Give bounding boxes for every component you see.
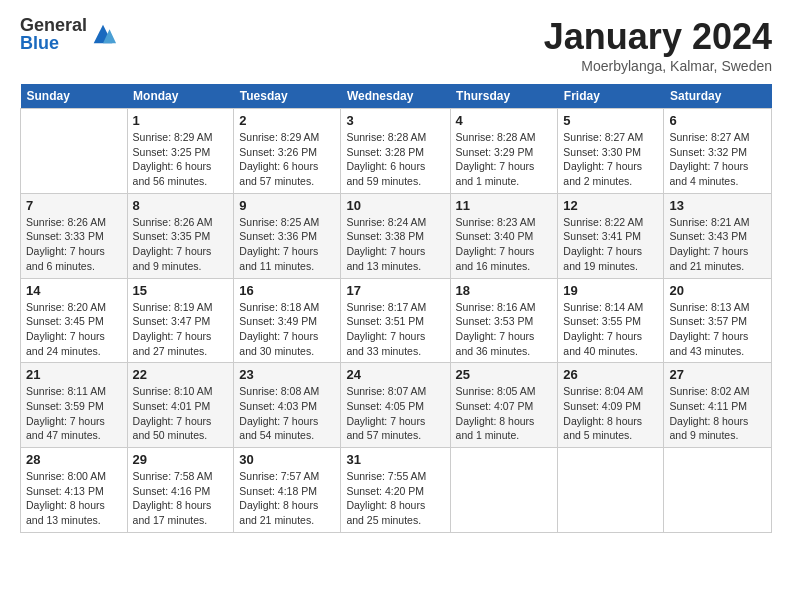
- title-block: January 2024 Moerbylanga, Kalmar, Sweden: [544, 16, 772, 74]
- cell-info: Sunrise: 7:58 AM Sunset: 4:16 PM Dayligh…: [133, 469, 229, 528]
- cell-date: 10: [346, 198, 444, 213]
- calendar-week-row: 1Sunrise: 8:29 AM Sunset: 3:25 PM Daylig…: [21, 109, 772, 194]
- location: Moerbylanga, Kalmar, Sweden: [544, 58, 772, 74]
- calendar-cell: 14Sunrise: 8:20 AM Sunset: 3:45 PM Dayli…: [21, 278, 128, 363]
- cell-info: Sunrise: 8:10 AM Sunset: 4:01 PM Dayligh…: [133, 384, 229, 443]
- cell-info: Sunrise: 8:28 AM Sunset: 3:29 PM Dayligh…: [456, 130, 553, 189]
- cell-info: Sunrise: 8:08 AM Sunset: 4:03 PM Dayligh…: [239, 384, 335, 443]
- cell-date: 16: [239, 283, 335, 298]
- cell-info: Sunrise: 8:07 AM Sunset: 4:05 PM Dayligh…: [346, 384, 444, 443]
- logo: General Blue: [20, 16, 117, 52]
- weekday-header: Tuesday: [234, 84, 341, 109]
- cell-date: 1: [133, 113, 229, 128]
- cell-info: Sunrise: 8:23 AM Sunset: 3:40 PM Dayligh…: [456, 215, 553, 274]
- cell-date: 31: [346, 452, 444, 467]
- cell-info: Sunrise: 8:05 AM Sunset: 4:07 PM Dayligh…: [456, 384, 553, 443]
- calendar-week-row: 28Sunrise: 8:00 AM Sunset: 4:13 PM Dayli…: [21, 448, 772, 533]
- cell-date: 30: [239, 452, 335, 467]
- cell-date: 26: [563, 367, 658, 382]
- cell-date: 13: [669, 198, 766, 213]
- calendar-cell: 15Sunrise: 8:19 AM Sunset: 3:47 PM Dayli…: [127, 278, 234, 363]
- calendar-cell: 31Sunrise: 7:55 AM Sunset: 4:20 PM Dayli…: [341, 448, 450, 533]
- calendar-cell: 22Sunrise: 8:10 AM Sunset: 4:01 PM Dayli…: [127, 363, 234, 448]
- cell-info: Sunrise: 8:26 AM Sunset: 3:35 PM Dayligh…: [133, 215, 229, 274]
- calendar-cell: 19Sunrise: 8:14 AM Sunset: 3:55 PM Dayli…: [558, 278, 664, 363]
- calendar-cell: 18Sunrise: 8:16 AM Sunset: 3:53 PM Dayli…: [450, 278, 558, 363]
- cell-date: 17: [346, 283, 444, 298]
- cell-info: Sunrise: 8:28 AM Sunset: 3:28 PM Dayligh…: [346, 130, 444, 189]
- cell-date: 7: [26, 198, 122, 213]
- header: General Blue January 2024 Moerbylanga, K…: [20, 16, 772, 74]
- calendar-cell: 17Sunrise: 8:17 AM Sunset: 3:51 PM Dayli…: [341, 278, 450, 363]
- calendar-table: SundayMondayTuesdayWednesdayThursdayFrid…: [20, 84, 772, 533]
- cell-info: Sunrise: 8:00 AM Sunset: 4:13 PM Dayligh…: [26, 469, 122, 528]
- calendar-cell: 13Sunrise: 8:21 AM Sunset: 3:43 PM Dayli…: [664, 193, 772, 278]
- cell-date: 25: [456, 367, 553, 382]
- calendar-cell: 20Sunrise: 8:13 AM Sunset: 3:57 PM Dayli…: [664, 278, 772, 363]
- calendar-week-row: 14Sunrise: 8:20 AM Sunset: 3:45 PM Dayli…: [21, 278, 772, 363]
- cell-date: 20: [669, 283, 766, 298]
- cell-info: Sunrise: 7:57 AM Sunset: 4:18 PM Dayligh…: [239, 469, 335, 528]
- calendar-cell: [21, 109, 128, 194]
- cell-info: Sunrise: 8:18 AM Sunset: 3:49 PM Dayligh…: [239, 300, 335, 359]
- calendar-cell: 9Sunrise: 8:25 AM Sunset: 3:36 PM Daylig…: [234, 193, 341, 278]
- calendar-cell: 11Sunrise: 8:23 AM Sunset: 3:40 PM Dayli…: [450, 193, 558, 278]
- cell-date: 28: [26, 452, 122, 467]
- cell-info: Sunrise: 8:14 AM Sunset: 3:55 PM Dayligh…: [563, 300, 658, 359]
- cell-date: 19: [563, 283, 658, 298]
- logo-general: General: [20, 16, 87, 34]
- calendar-cell: 27Sunrise: 8:02 AM Sunset: 4:11 PM Dayli…: [664, 363, 772, 448]
- cell-date: 12: [563, 198, 658, 213]
- weekday-header: Wednesday: [341, 84, 450, 109]
- calendar-cell: [664, 448, 772, 533]
- calendar-cell: 3Sunrise: 8:28 AM Sunset: 3:28 PM Daylig…: [341, 109, 450, 194]
- cell-date: 27: [669, 367, 766, 382]
- calendar-cell: 7Sunrise: 8:26 AM Sunset: 3:33 PM Daylig…: [21, 193, 128, 278]
- calendar-cell: 29Sunrise: 7:58 AM Sunset: 4:16 PM Dayli…: [127, 448, 234, 533]
- calendar-cell: 2Sunrise: 8:29 AM Sunset: 3:26 PM Daylig…: [234, 109, 341, 194]
- calendar-cell: 23Sunrise: 8:08 AM Sunset: 4:03 PM Dayli…: [234, 363, 341, 448]
- calendar-cell: 1Sunrise: 8:29 AM Sunset: 3:25 PM Daylig…: [127, 109, 234, 194]
- weekday-header: Sunday: [21, 84, 128, 109]
- calendar-week-row: 21Sunrise: 8:11 AM Sunset: 3:59 PM Dayli…: [21, 363, 772, 448]
- calendar-cell: 30Sunrise: 7:57 AM Sunset: 4:18 PM Dayli…: [234, 448, 341, 533]
- calendar-header-row: SundayMondayTuesdayWednesdayThursdayFrid…: [21, 84, 772, 109]
- calendar-cell: 28Sunrise: 8:00 AM Sunset: 4:13 PM Dayli…: [21, 448, 128, 533]
- weekday-header: Monday: [127, 84, 234, 109]
- cell-info: Sunrise: 8:21 AM Sunset: 3:43 PM Dayligh…: [669, 215, 766, 274]
- calendar-cell: 4Sunrise: 8:28 AM Sunset: 3:29 PM Daylig…: [450, 109, 558, 194]
- calendar-cell: [558, 448, 664, 533]
- calendar-cell: 6Sunrise: 8:27 AM Sunset: 3:32 PM Daylig…: [664, 109, 772, 194]
- cell-info: Sunrise: 8:22 AM Sunset: 3:41 PM Dayligh…: [563, 215, 658, 274]
- cell-info: Sunrise: 8:25 AM Sunset: 3:36 PM Dayligh…: [239, 215, 335, 274]
- calendar-cell: 12Sunrise: 8:22 AM Sunset: 3:41 PM Dayli…: [558, 193, 664, 278]
- cell-date: 6: [669, 113, 766, 128]
- cell-date: 14: [26, 283, 122, 298]
- cell-date: 4: [456, 113, 553, 128]
- cell-info: Sunrise: 8:13 AM Sunset: 3:57 PM Dayligh…: [669, 300, 766, 359]
- page: General Blue January 2024 Moerbylanga, K…: [0, 0, 792, 549]
- calendar-cell: 5Sunrise: 8:27 AM Sunset: 3:30 PM Daylig…: [558, 109, 664, 194]
- cell-date: 11: [456, 198, 553, 213]
- cell-date: 5: [563, 113, 658, 128]
- cell-info: Sunrise: 8:24 AM Sunset: 3:38 PM Dayligh…: [346, 215, 444, 274]
- calendar-cell: 16Sunrise: 8:18 AM Sunset: 3:49 PM Dayli…: [234, 278, 341, 363]
- cell-info: Sunrise: 8:26 AM Sunset: 3:33 PM Dayligh…: [26, 215, 122, 274]
- cell-info: Sunrise: 8:16 AM Sunset: 3:53 PM Dayligh…: [456, 300, 553, 359]
- cell-date: 3: [346, 113, 444, 128]
- weekday-header: Thursday: [450, 84, 558, 109]
- month-title: January 2024: [544, 16, 772, 58]
- cell-date: 2: [239, 113, 335, 128]
- logo-text: General Blue: [20, 16, 87, 52]
- cell-info: Sunrise: 8:27 AM Sunset: 3:32 PM Dayligh…: [669, 130, 766, 189]
- calendar-cell: 8Sunrise: 8:26 AM Sunset: 3:35 PM Daylig…: [127, 193, 234, 278]
- calendar-cell: [450, 448, 558, 533]
- calendar-week-row: 7Sunrise: 8:26 AM Sunset: 3:33 PM Daylig…: [21, 193, 772, 278]
- logo-blue: Blue: [20, 34, 87, 52]
- calendar-cell: 10Sunrise: 8:24 AM Sunset: 3:38 PM Dayli…: [341, 193, 450, 278]
- weekday-header: Saturday: [664, 84, 772, 109]
- calendar-cell: 26Sunrise: 8:04 AM Sunset: 4:09 PM Dayli…: [558, 363, 664, 448]
- cell-date: 24: [346, 367, 444, 382]
- cell-date: 29: [133, 452, 229, 467]
- cell-info: Sunrise: 8:11 AM Sunset: 3:59 PM Dayligh…: [26, 384, 122, 443]
